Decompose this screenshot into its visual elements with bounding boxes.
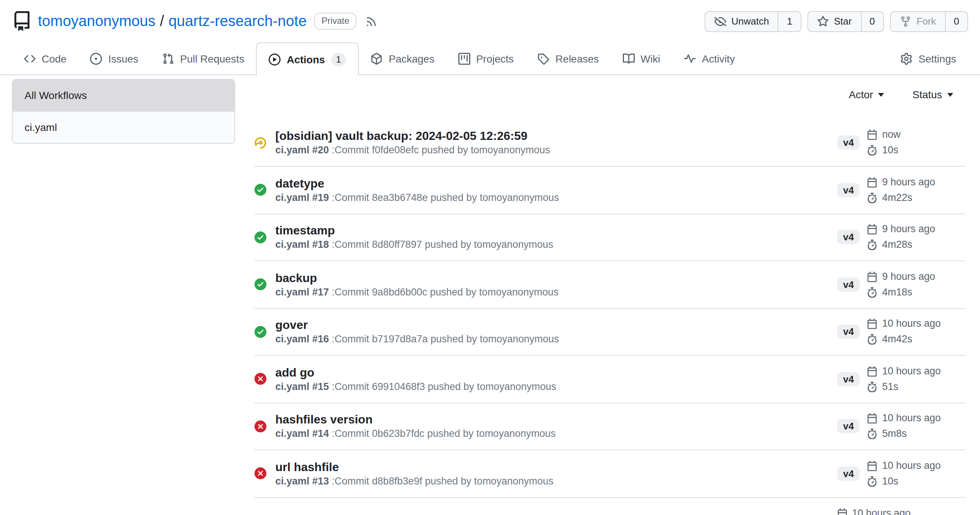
tab-pull-requests[interactable]: Pull Requests [150,43,256,75]
chevron-down-icon [878,93,885,96]
breadcrumb-separator: / [160,13,164,30]
book-icon [623,52,635,64]
repo-owner-link[interactable]: tomoyanonymous [38,13,156,30]
stopwatch-icon [867,335,878,345]
workflow-run-meta: ci.yaml #17 :Commit 9a8bd6b00c pushed by… [275,285,837,299]
stopwatch-icon [867,146,878,156]
feed-icon[interactable] [366,15,378,27]
workflow-run-title[interactable]: add cache again [275,513,837,515]
workflow-run-meta: ci.yaml #19 :Commit 8ea3b6748e pushed by… [275,191,837,205]
workflow-run-row: url hashfile ci.yaml #13 :Commit d8b8fb3… [255,450,965,498]
workflow-run-row: add cache again 10 hours ago [255,498,965,515]
workflow-run-meta: ci.yaml #20 :Commit f0fde08efc pushed by… [275,144,837,157]
run-duration: 4m22s [867,192,935,204]
success-icon [255,232,266,243]
workflow-run-title[interactable]: timestamp [275,223,837,238]
github-actions-page: tomoyanonymous / quartz-research-note Pr… [0,0,980,515]
tab-counter: 1 [331,52,346,66]
actor-filter-dropdown[interactable]: Actor [849,89,884,100]
tab-projects[interactable]: Projects [447,43,526,75]
version-badge: v4 [837,183,860,197]
actions-content: All Workflows ci.yaml Actor Status [0,75,980,515]
run-start-time: 9 hours ago [867,176,935,188]
workflow-run-row: add go ci.yaml #15 :Commit 69910468f3 pu… [255,356,965,403]
stopwatch-icon [867,287,878,298]
tag-icon [538,52,549,64]
code-icon [24,52,36,64]
workflow-run-row: datetype ci.yaml #19 :Commit 8ea3b6748e … [255,167,965,214]
repo-tabnav: Code Issues Pull Requests Actions 1 Pack… [0,43,980,75]
tab-actions[interactable]: Actions 1 [256,43,359,75]
run-start-time: now [867,129,901,141]
project-icon [458,52,470,64]
sidebar-item-ci-yaml[interactable]: ci.yaml [13,111,234,143]
run-duration: 5m8s [867,428,941,440]
calendar-icon [867,272,878,282]
repo-name-link[interactable]: quartz-research-note [169,13,307,30]
tab-code[interactable]: Code [12,43,78,75]
workflow-run-row: [obsidian] vault backup: 2024-02-05 12:2… [255,119,965,167]
tab-issues[interactable]: Issues [78,43,150,75]
repo-icon [12,11,32,31]
success-icon [255,279,266,291]
workflow-run-meta: ci.yaml #13 :Commit d8b8fb3e9f pushed by… [275,474,837,488]
workflow-run-row: gover ci.yaml #16 :Commit b7197d8a7a pus… [255,308,965,356]
unwatch-button[interactable]: Unwatch 1 [705,11,802,32]
workflow-run-meta: ci.yaml #16 :Commit b7197d8a7a pushed by… [275,333,837,347]
tab-settings[interactable]: Settings [889,43,968,75]
fork-button[interactable]: Fork 0 [890,11,968,32]
repo-breadcrumb: tomoyanonymous / quartz-research-note [38,13,307,30]
tab-wiki[interactable]: Wiki [611,43,672,75]
run-start-time: 9 hours ago [867,224,935,235]
stopwatch-icon [867,382,878,392]
failure-icon [255,468,266,480]
tab-activity[interactable]: Activity [672,43,747,75]
calendar-icon [867,413,878,424]
stopwatch-icon [867,193,878,203]
run-start-time: 10 hours ago [837,508,911,515]
version-badge: v4 [837,325,860,339]
repo-header: tomoyanonymous / quartz-research-note Pr… [0,0,980,43]
repo-forked-icon [900,15,912,27]
version-badge: v4 [837,278,860,292]
social-count[interactable]: 0 [861,11,883,31]
chevron-down-icon [947,93,953,96]
workflow-run-title[interactable]: gover [275,317,837,333]
calendar-icon [867,177,878,188]
run-start-time: 10 hours ago [867,366,941,377]
version-badge: v4 [837,372,860,386]
star-button[interactable]: Star 0 [807,11,884,32]
sidebar-item-all-workflows[interactable]: All Workflows [13,79,234,111]
workflow-run-list: [obsidian] vault backup: 2024-02-05 12:2… [255,119,965,515]
version-badge: v4 [837,420,860,434]
stopwatch-icon [867,240,878,250]
workflow-run-title[interactable]: backup [275,270,837,285]
workflow-runs-panel: Actor Status [obsidian] vault backup: 20… [255,79,965,515]
run-duration: 4m42s [867,334,941,346]
stopwatch-icon [867,476,878,487]
run-duration: 4m18s [867,286,935,299]
workflow-run-title[interactable]: datetype [275,175,837,191]
version-badge: v4 [837,467,860,481]
status-filter-dropdown[interactable]: Status [913,89,953,100]
repo-social-actions: Unwatch 1 Star 0 Fork 0 [705,11,968,32]
run-duration: 51s [867,381,941,393]
run-duration: 4m28s [867,239,935,251]
workflow-run-title[interactable]: url hashfile [275,459,837,474]
calendar-icon [867,319,878,329]
workflow-run-title[interactable]: hashfiles version [275,412,837,427]
actor-filter-label: Actor [849,89,873,100]
play-icon [269,53,281,65]
eye-closed-icon [714,15,726,27]
social-count[interactable]: 0 [945,11,967,31]
workflow-run-title[interactable]: add go [275,364,837,380]
star-icon [817,15,829,27]
run-start-time: 9 hours ago [867,271,935,283]
tab-packages[interactable]: Packages [359,43,447,75]
git-pull-request-icon [162,52,174,64]
workflow-run-title[interactable]: [obsidian] vault backup: 2024-02-05 12:2… [275,128,837,144]
success-icon [255,184,266,196]
social-count[interactable]: 1 [778,11,800,31]
failure-icon [255,373,266,385]
tab-releases[interactable]: Releases [526,43,611,75]
